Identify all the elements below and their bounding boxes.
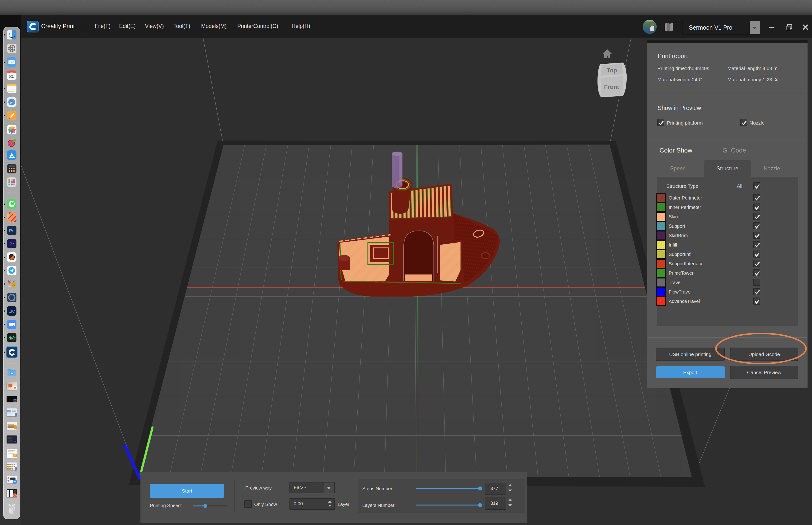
svg-text:Ps: Ps [9,228,14,233]
svg-text:30: 30 [9,74,14,79]
svg-text:Pr: Pr [10,242,14,246]
svg-text:Front: Front [604,84,619,90]
svg-text:JUL: JUL [10,72,13,73]
svg-text:LrC: LrC [9,309,15,313]
svg-text:Top: Top [607,67,617,74]
